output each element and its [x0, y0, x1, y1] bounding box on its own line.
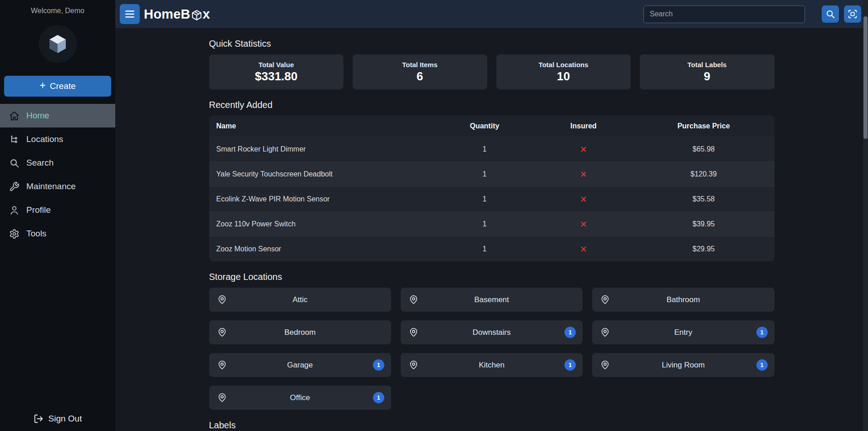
map-pin-icon [217, 360, 227, 370]
app-root: Welcome, Demo + Create Home [0, 0, 868, 431]
quick-statistics-heading: Quick Statistics [209, 38, 775, 49]
qr-scan-button[interactable] [844, 5, 861, 23]
price-cell: $35.58 [633, 195, 775, 203]
quantity-cell: 1 [435, 145, 534, 153]
column-header-name: Name [209, 122, 435, 130]
sidebar-item-profile[interactable]: Profile [0, 198, 115, 222]
sidebar-item-label: Maintenance [26, 181, 76, 191]
location-count-badge: 1 [756, 359, 768, 371]
location-card[interactable]: Garage 1 [209, 353, 391, 377]
location-card[interactable]: Basement [401, 288, 583, 312]
table-row[interactable]: Zooz Motion Sensor 1 ✕ $29.95 [209, 236, 775, 261]
table-header-row: Name Quantity Insured Purchase Price [209, 115, 775, 137]
column-header-insured: Insured [534, 122, 633, 130]
price-cell: $29.95 [633, 245, 775, 253]
table-row[interactable]: Smart Rocker Light Dimmer 1 ✕ $65.98 [209, 137, 775, 162]
not-insured-icon: ✕ [534, 194, 633, 205]
recently-added-table: Name Quantity Insured Purchase Price Sma… [209, 115, 775, 261]
map-pin-icon [600, 295, 610, 304]
stat-card-total-labels: Total Labels 9 [640, 54, 775, 89]
location-name: Basement [474, 295, 509, 304]
box-icon [191, 10, 202, 21]
location-count-badge: 1 [373, 392, 384, 403]
location-card[interactable]: Kitchen 1 [401, 353, 583, 377]
location-card[interactable]: Downstairs 1 [401, 320, 583, 344]
not-insured-icon: ✕ [534, 144, 633, 155]
map-pin-icon [409, 328, 418, 337]
map-pin-icon [217, 328, 227, 337]
create-button[interactable]: + Create [4, 76, 111, 97]
stat-value: $331.80 [255, 69, 298, 83]
sidebar-item-search[interactable]: Search [0, 151, 115, 175]
search-button-icon [825, 9, 835, 19]
scrollbar-thumb[interactable] [863, 16, 868, 139]
sidebar-search-icon [9, 158, 20, 168]
gear-icon [9, 229, 20, 239]
sign-out-label: Sign Out [49, 414, 82, 424]
table-row[interactable]: Yale Security Touchscreen Deadbolt 1 ✕ $… [209, 162, 775, 186]
stat-label: Total Locations [539, 61, 588, 69]
location-card[interactable]: Entry 1 [592, 320, 774, 344]
location-name: Bedroom [284, 328, 316, 337]
location-card[interactable]: Bathroom [592, 288, 774, 312]
location-name: Downstairs [472, 328, 510, 337]
quantity-cell: 1 [435, 245, 534, 253]
location-name: Attic [293, 295, 308, 304]
location-name: Entry [674, 328, 692, 337]
item-name-cell: Zooz 110v Power Switch [209, 220, 435, 228]
recently-added-heading: Recently Added [209, 99, 775, 111]
map-pin-icon [600, 328, 610, 337]
sidebar-nav: Home Locations Search Maintenance [0, 104, 115, 245]
item-name-cell: Ecolink Z-Wave PIR Motion Sensor [209, 195, 435, 203]
stat-card-total-locations: Total Locations 10 [496, 54, 631, 89]
wrench-icon [9, 181, 20, 192]
item-name-cell: Zooz Motion Sensor [209, 245, 435, 253]
search-button[interactable] [822, 5, 839, 23]
table-row[interactable]: Ecolink Z-Wave PIR Motion Sensor 1 ✕ $35… [209, 186, 775, 211]
location-card[interactable]: Living Room 1 [592, 353, 774, 377]
sign-out-button[interactable]: Sign Out [34, 414, 82, 424]
stat-value: 10 [557, 69, 570, 83]
app-title: HomeB x [144, 7, 210, 22]
column-header-quantity: Quantity [435, 122, 534, 130]
stat-label: Total Value [259, 61, 294, 69]
hamburger-icon [124, 8, 136, 20]
location-card[interactable]: Attic [209, 288, 391, 312]
sidebar: Welcome, Demo + Create Home [0, 0, 115, 431]
item-name-cell: Yale Security Touchscreen Deadbolt [209, 170, 435, 178]
quantity-cell: 1 [435, 170, 534, 178]
box-logo-icon [47, 33, 69, 55]
stats-row: Total Value $331.80 Total Items 6 Total … [209, 54, 775, 89]
stat-label: Total Labels [687, 61, 726, 69]
stat-value: 6 [417, 69, 423, 83]
price-cell: $39.95 [633, 220, 775, 228]
user-icon [9, 205, 20, 216]
location-name: Kitchen [479, 361, 505, 370]
column-header-purchase-price: Purchase Price [633, 122, 775, 130]
scrollbar-track [863, 0, 868, 431]
search-input[interactable] [643, 5, 805, 23]
brand-prefix-text: HomeB [144, 7, 191, 22]
not-insured-icon: ✕ [534, 244, 633, 255]
location-card[interactable]: Bedroom [209, 320, 391, 344]
header-search-group [643, 5, 861, 23]
location-card[interactable]: Office 1 [209, 386, 391, 410]
sidebar-item-maintenance[interactable]: Maintenance [0, 175, 115, 198]
sidebar-item-home[interactable]: Home [0, 104, 115, 127]
stat-label: Total Items [402, 61, 437, 69]
menu-button[interactable] [120, 4, 140, 24]
location-count-badge: 1 [373, 359, 384, 371]
map-pin-icon [409, 295, 418, 304]
sidebar-item-label: Profile [26, 205, 51, 215]
stat-card-total-value: Total Value $331.80 [209, 54, 344, 89]
main-area: HomeB x Quick Statistics Total Value [115, 0, 868, 431]
sidebar-item-locations[interactable]: Locations [0, 127, 115, 151]
price-cell: $65.98 [633, 145, 775, 153]
home-icon [9, 111, 20, 121]
stat-card-total-items: Total Items 6 [353, 54, 487, 89]
sidebar-item-tools[interactable]: Tools [0, 222, 115, 245]
table-row[interactable]: Zooz 110v Power Switch 1 ✕ $39.95 [209, 211, 775, 236]
sidebar-item-label: Home [26, 111, 49, 121]
brand-suffix-text: x [203, 7, 210, 22]
location-name: Garage [287, 361, 313, 370]
